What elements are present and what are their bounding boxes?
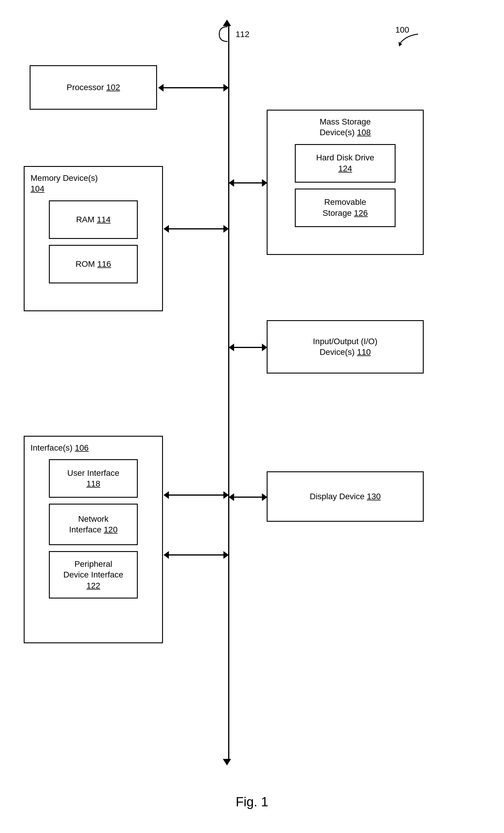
hdd-label: Hard Disk Drive124 xyxy=(316,152,374,174)
arrow-100-svg xyxy=(394,31,424,49)
network-interface-connector xyxy=(164,554,228,555)
processor-label: Processor 102 xyxy=(67,82,120,93)
hdd-box: Hard Disk Drive124 xyxy=(295,144,396,183)
removable-storage-box: RemovableStorage 126 xyxy=(295,189,396,227)
bus-label-112: 112 xyxy=(235,30,250,39)
mass-storage-label: Mass StorageDevice(s) 108 xyxy=(274,117,417,138)
memory-box: Memory Device(s)104 RAM 114 ROM 116 xyxy=(24,166,163,311)
processor-connector xyxy=(159,87,228,88)
memory-connector xyxy=(164,228,228,230)
mass-storage-box: Mass StorageDevice(s) 108 Hard Disk Driv… xyxy=(267,110,424,255)
display-box: Display Device 130 xyxy=(267,471,424,522)
removable-storage-label: RemovableStorage 126 xyxy=(323,197,368,218)
network-interface-label: NetworkInterface 120 xyxy=(69,514,117,536)
user-interface-label: User Interface118 xyxy=(67,468,119,490)
rom-label: ROM 116 xyxy=(76,259,111,269)
network-interface-box: NetworkInterface 120 xyxy=(49,504,138,545)
ram-label: RAM 114 xyxy=(76,214,111,225)
io-box: Input/Output (I/O)Device(s) 110 xyxy=(267,320,424,374)
io-connector xyxy=(229,347,267,348)
fig-caption: Fig. 1 xyxy=(208,794,297,809)
user-interface-connector xyxy=(164,495,228,496)
display-connector xyxy=(229,497,267,498)
display-label: Display Device 130 xyxy=(310,491,381,502)
user-interface-box: User Interface118 xyxy=(49,459,138,498)
processor-box: Processor 102 xyxy=(30,65,157,110)
interfaces-box: Interface(s) 106 User Interface118 Netwo… xyxy=(24,436,163,643)
rom-box: ROM 116 xyxy=(49,245,138,283)
bus-arrow-down xyxy=(223,759,231,765)
interfaces-label: Interface(s) 106 xyxy=(30,443,156,453)
ram-box: RAM 114 xyxy=(49,200,138,239)
diagram-container: 112 100 Processor 102 Memory Device(s)10… xyxy=(0,0,504,833)
bus-label-112-svg xyxy=(201,24,237,47)
memory-label: Memory Device(s)104 xyxy=(30,173,156,194)
mass-storage-connector xyxy=(229,182,267,184)
peripheral-box: PeripheralDevice Interface122 xyxy=(49,551,138,598)
bus-line xyxy=(228,24,229,759)
io-label: Input/Output (I/O)Device(s) 110 xyxy=(313,336,377,358)
peripheral-label: PeripheralDevice Interface122 xyxy=(64,559,123,591)
